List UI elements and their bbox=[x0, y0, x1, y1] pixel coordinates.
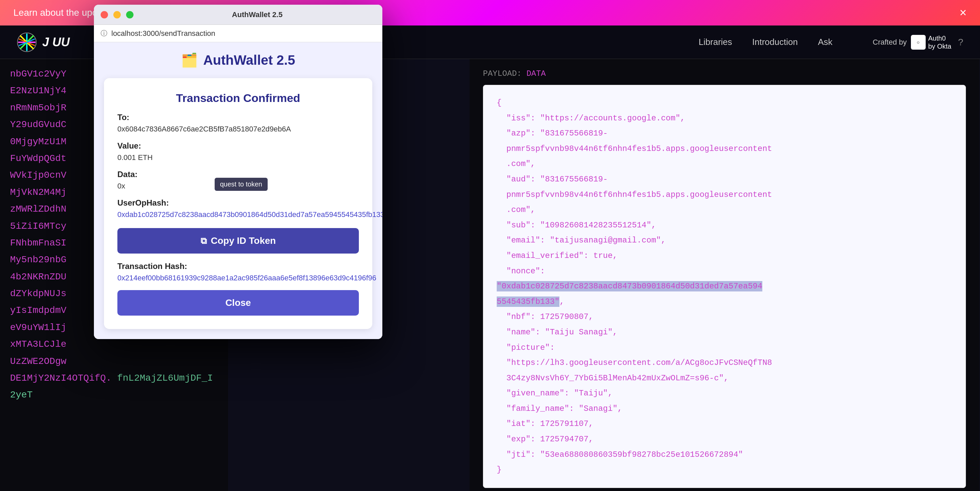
nav-introduction[interactable]: Introduction bbox=[752, 37, 798, 47]
tx-hash-value[interactable]: 0x214eef00bb68161939c9288ae1a2ac985f26aa… bbox=[118, 272, 359, 283]
value-field: Value: 0.001 ETH bbox=[118, 141, 359, 163]
code-line-19: DE1MjY2NzI4OTQifQ. fnL2MajZL6UmjDF_I2yeT bbox=[10, 370, 218, 404]
json-aud: "aud": "831675566819- pnmr5spfvvnb98v44n… bbox=[497, 172, 952, 218]
nav-ask[interactable]: Ask bbox=[818, 37, 832, 47]
browser-window: AuthWallet 2.5 ⓘ localhost:3000/sendTran… bbox=[94, 5, 382, 339]
traffic-light-green[interactable] bbox=[126, 11, 134, 19]
json-email: "email": "taijusanagi@gmail.com", bbox=[497, 233, 952, 248]
json-picture: "picture": "https://lh3.googleuserconten… bbox=[497, 340, 952, 386]
wallet-title: AuthWallet 2.5 bbox=[203, 52, 295, 68]
json-email-verified: "email_verified": true, bbox=[497, 248, 952, 264]
browser-title: AuthWallet 2.5 bbox=[139, 10, 375, 19]
to-field: To: 0x6084c7836A8667c6ae2CB5fB7a851807e2… bbox=[118, 113, 359, 135]
value-label: Value: bbox=[118, 141, 359, 151]
json-container: { "iss": "https://accounts.google.com", … bbox=[483, 85, 966, 488]
to-value: 0x6084c7836A8667c6ae2CB5fB7a851807e2d9eb… bbox=[118, 124, 359, 135]
browser-titlebar: AuthWallet 2.5 bbox=[94, 5, 382, 25]
json-open-brace: { bbox=[497, 95, 952, 111]
json-family-name: "family_name": "Sanagi", bbox=[497, 401, 952, 416]
logo-text: J UU bbox=[42, 35, 70, 49]
data-label: Data: bbox=[118, 170, 359, 179]
nav-libraries[interactable]: Libraries bbox=[698, 37, 732, 47]
auth0-icon: ○ bbox=[911, 35, 926, 50]
auth0-logo: ○ Auth0 by Okta bbox=[911, 34, 951, 50]
payload-label: PAYLOAD: DATA bbox=[483, 69, 966, 78]
json-sub: "sub": "109826081428235512514", bbox=[497, 218, 952, 233]
logo-area: J UU bbox=[17, 32, 70, 52]
traffic-light-yellow[interactable] bbox=[113, 11, 121, 19]
json-iss: "iss": "https://accounts.google.com", bbox=[497, 111, 952, 126]
json-azp: "azp": "831675566819- pnmr5spfvvnb98v44n… bbox=[497, 126, 952, 172]
nav-links: Libraries Introduction Ask Crafted by ○ … bbox=[698, 34, 963, 50]
browser-content: 🗂️ AuthWallet 2.5 Transaction Confirmed … bbox=[94, 42, 382, 339]
tx-hash-label: Transaction Hash: bbox=[118, 262, 359, 271]
json-name: "name": "Taiju Sanagi", bbox=[497, 325, 952, 340]
security-icon: ⓘ bbox=[100, 29, 107, 38]
modal-title: Transaction Confirmed bbox=[118, 92, 359, 105]
to-label: To: bbox=[118, 113, 359, 122]
copy-id-token-button[interactable]: ⧉ Copy ID Token bbox=[118, 228, 359, 254]
payload-type: DATA bbox=[527, 69, 546, 78]
json-given-name: "given_name": "Taiju", bbox=[497, 386, 952, 401]
json-nonce: "nonce": bbox=[497, 264, 952, 279]
data-value: 0x bbox=[118, 180, 359, 192]
json-jti: "jti": "53ea688080860359bf98278bc25e1015… bbox=[497, 447, 952, 462]
logo-icon bbox=[17, 32, 37, 52]
wallet-header: 🗂️ AuthWallet 2.5 bbox=[94, 52, 382, 68]
userophash-value[interactable]: 0xdab1c028725d7c8238aacd8473b0901864d50d… bbox=[118, 209, 359, 220]
crafted-by-label: Crafted by bbox=[873, 38, 907, 47]
code-line-18: UzZWE2ODgw bbox=[10, 353, 218, 370]
browser-addressbar: ⓘ localhost:3000/sendTransaction bbox=[94, 25, 382, 42]
close-modal-button[interactable]: Close bbox=[118, 290, 359, 316]
json-close-brace: } bbox=[497, 462, 952, 478]
copy-icon: ⧉ bbox=[200, 236, 207, 246]
auth0-name: Auth0 by Okta bbox=[928, 34, 951, 50]
wallet-icon: 🗂️ bbox=[181, 52, 198, 68]
json-exp: "exp": 1725794707, bbox=[497, 432, 952, 447]
data-field: Data: 0x bbox=[118, 170, 359, 192]
tx-hash-field: Transaction Hash: 0x214eef00bb68161939c9… bbox=[118, 262, 359, 283]
userophash-label: UserOpHash: bbox=[118, 198, 359, 208]
traffic-light-red[interactable] bbox=[100, 11, 108, 19]
copy-button-label: Copy ID Token bbox=[211, 235, 276, 246]
json-nonce-value: "0xdab1c028725d7c8238aacd8473b0901864d50… bbox=[497, 279, 952, 309]
json-iat: "iat": 1725791107, bbox=[497, 416, 952, 432]
help-icon[interactable]: ? bbox=[958, 37, 963, 48]
address-text[interactable]: localhost:3000/sendTransaction bbox=[111, 29, 215, 38]
right-json-panel: PAYLOAD: DATA { "iss": "https://accounts… bbox=[469, 59, 979, 491]
modal-card: Transaction Confirmed To: 0x6084c7836A86… bbox=[104, 78, 372, 329]
json-nbf: "nbf": 1725790807, bbox=[497, 309, 952, 325]
notification-close-button[interactable]: × bbox=[959, 6, 967, 20]
userophash-field: UserOpHash: 0xdab1c028725d7c8238aacd8473… bbox=[118, 198, 359, 220]
crafted-by-area: Crafted by ○ Auth0 by Okta ? bbox=[873, 34, 963, 50]
value-value: 0.001 ETH bbox=[118, 152, 359, 163]
